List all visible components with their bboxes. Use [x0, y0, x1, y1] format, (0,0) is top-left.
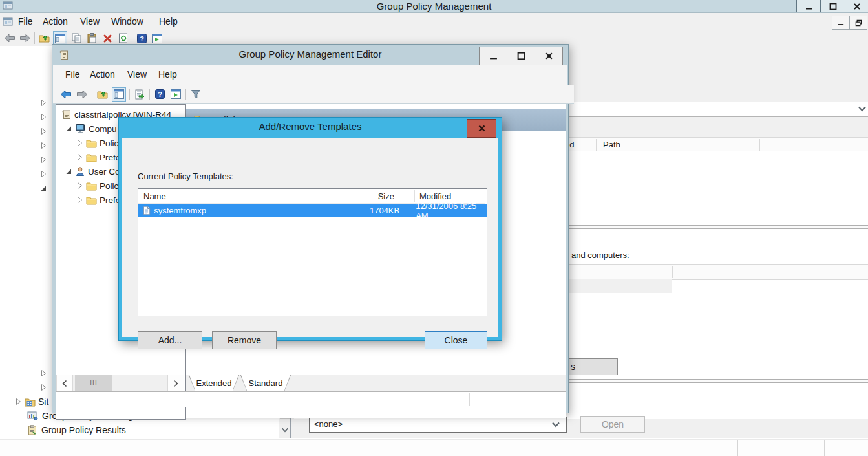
editor-back-button[interactable]: [59, 88, 72, 101]
scrollbar-down-button[interactable]: [279, 422, 290, 437]
menu-file[interactable]: File: [18, 16, 33, 27]
hscroll-left-button[interactable]: [56, 375, 73, 392]
tree-expander-icon[interactable]: [39, 369, 47, 377]
hscroll-right-button[interactable]: [167, 375, 184, 392]
show-console-tree-button[interactable]: [53, 31, 67, 45]
toolbar-separator: [129, 89, 130, 100]
tree-item-policies[interactable]: Polic: [76, 136, 118, 150]
column-divider[interactable]: [759, 139, 760, 151]
tree-expander-icon[interactable]: [76, 139, 83, 147]
editor-maximize-button[interactable]: [507, 47, 535, 65]
chevron-right-icon: [173, 380, 179, 387]
menu-view[interactable]: View: [80, 16, 100, 27]
wmi-filter-combobox[interactable]: <none>: [309, 417, 567, 433]
hscroll-track[interactable]: III: [73, 375, 167, 391]
chevron-down-icon: [551, 421, 560, 428]
editor-help-button[interactable]: ?: [153, 88, 166, 101]
sidebar-item-sites[interactable]: Sit: [14, 395, 48, 409]
editor-menu-help[interactable]: Help: [158, 69, 177, 80]
console-window-play-icon: [171, 89, 181, 99]
template-row-selected[interactable]: systemfromxp 1704KB 12/31/2006 8:25 AM: [138, 204, 487, 217]
template-size: 1704KB: [341, 206, 399, 215]
tree-expander-icon[interactable]: [39, 170, 47, 178]
mdi-restore-button[interactable]: [849, 16, 867, 30]
editor-tree-hscrollbar[interactable]: III: [56, 375, 184, 391]
hscroll-thumb[interactable]: III: [75, 375, 112, 391]
add-button[interactable]: Add...: [138, 331, 202, 349]
column-divider[interactable]: [414, 190, 415, 202]
refresh-button[interactable]: [116, 32, 129, 45]
tree-expander-icon[interactable]: [39, 384, 47, 391]
back-button[interactable]: [3, 32, 16, 45]
column-header-name[interactable]: Name: [143, 189, 344, 203]
tree-expander-icon[interactable]: [76, 196, 83, 204]
column-divider[interactable]: [596, 139, 597, 151]
close-dialog-button[interactable]: Close: [425, 331, 487, 349]
chevron-left-icon: [61, 380, 68, 387]
editor-view-tabs: Extended Standard: [186, 375, 566, 392]
dialog-close-button[interactable]: [467, 119, 496, 138]
copy-button[interactable]: [70, 32, 83, 45]
delete-button[interactable]: [101, 32, 114, 45]
tree-item-label: Compu: [89, 124, 117, 134]
tree-item-computer-configuration[interactable]: Compu: [65, 122, 117, 136]
toolbar-separator: [132, 32, 132, 44]
gp-results-icon: [27, 425, 37, 435]
column-divider[interactable]: [344, 190, 344, 202]
column-header-size[interactable]: Size: [348, 189, 394, 203]
tree-expander-icon[interactable]: [65, 125, 72, 133]
tree-item-policies-user[interactable]: Polic: [76, 179, 118, 193]
tree-item-user-configuration[interactable]: User Co: [65, 164, 120, 179]
templates-label: Current Policy Templates:: [138, 171, 233, 181]
editor-show-console-tree-button[interactable]: [112, 87, 126, 102]
editor-minimize-button[interactable]: [479, 47, 507, 65]
forward-button[interactable]: [19, 32, 32, 45]
editor-export-list-button[interactable]: [133, 88, 146, 101]
tree-expander-icon[interactable]: [39, 184, 47, 192]
main-statusbar: [0, 439, 868, 456]
mdi-minimize-button[interactable]: [832, 16, 849, 30]
remove-button[interactable]: Remove: [212, 331, 277, 349]
tree-expander-icon[interactable]: [39, 99, 47, 107]
tab-extended[interactable]: Extended: [189, 375, 239, 391]
folder-icon: [86, 181, 97, 191]
editor-statusbar: [56, 391, 566, 407]
tree-expander-icon[interactable]: [39, 127, 47, 135]
menu-window[interactable]: Window: [111, 16, 143, 27]
properties-button-label: s: [571, 362, 575, 372]
minimize-button[interactable]: [796, 0, 821, 12]
menubar-app-icon: [3, 17, 13, 27]
tab-standard[interactable]: Standard: [240, 375, 291, 391]
tree-expander-icon[interactable]: [39, 142, 47, 149]
tree-item-preferences[interactable]: Prefe: [76, 150, 120, 164]
editor-up-one-level-button[interactable]: [96, 88, 109, 101]
new-window-button[interactable]: [151, 32, 164, 45]
editor-filter-button[interactable]: [189, 88, 202, 101]
editor-menu-view[interactable]: View: [127, 69, 147, 80]
tree-expander-icon[interactable]: [76, 182, 83, 190]
close-button[interactable]: [845, 0, 868, 12]
maximize-button[interactable]: [820, 0, 845, 12]
editor-menu-file[interactable]: File: [65, 69, 80, 80]
editor-menu-action[interactable]: Action: [90, 69, 115, 80]
column-header-path[interactable]: Path: [603, 140, 620, 149]
templates-list[interactable]: Name Size Modified systemfromxp 1704KB 1…: [138, 188, 487, 316]
open-button[interactable]: Open: [580, 416, 645, 433]
tree-expander-icon[interactable]: [39, 113, 47, 121]
editor-close-button[interactable]: [535, 47, 563, 65]
menu-action[interactable]: Action: [43, 16, 68, 27]
column-header-label: Modified: [419, 191, 451, 201]
column-divider[interactable]: [672, 266, 673, 278]
help-button[interactable]: ?: [135, 32, 148, 45]
editor-new-window-button[interactable]: [169, 88, 182, 101]
up-one-level-button[interactable]: [37, 32, 50, 45]
help-icon: ?: [137, 34, 147, 43]
sidebar-item-gp-results[interactable]: Group Policy Results: [27, 423, 126, 437]
paste-button[interactable]: [85, 32, 98, 45]
tree-item-preferences-user[interactable]: Prefe: [76, 193, 120, 207]
tree-expander-icon[interactable]: [76, 153, 83, 161]
editor-forward-button[interactable]: [76, 88, 89, 101]
tree-expander-icon[interactable]: [65, 168, 72, 175]
menu-help[interactable]: Help: [159, 16, 178, 27]
tree-expander-icon[interactable]: [39, 156, 47, 164]
